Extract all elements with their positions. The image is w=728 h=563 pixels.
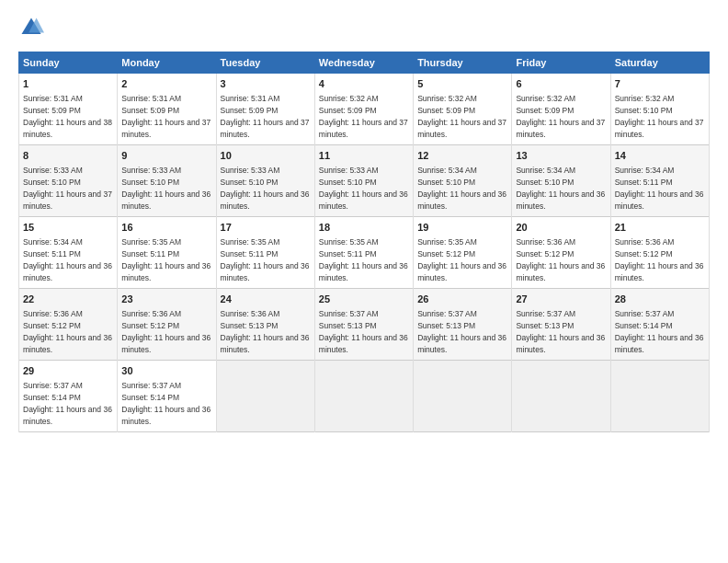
sunset: Sunset: 5:10 PM: [23, 178, 81, 187]
day-cell-3: 3Sunrise: 5:31 AMSunset: 5:09 PMDaylight…: [216, 74, 314, 145]
day-number: 17: [221, 221, 311, 235]
sunrise: Sunrise: 5:32 AM: [516, 94, 575, 103]
day-cell-12: 12Sunrise: 5:34 AMSunset: 5:10 PMDayligh…: [414, 145, 512, 217]
week-row-1: 1Sunrise: 5:31 AMSunset: 5:09 PMDaylight…: [19, 74, 710, 145]
day-cell-15: 15Sunrise: 5:34 AMSunset: 5:11 PMDayligh…: [19, 217, 118, 289]
header: [18, 15, 710, 40]
daylight: Daylight: 11 hours and 36 minutes.: [615, 261, 704, 282]
daylight: Daylight: 11 hours and 37 minutes.: [615, 118, 704, 139]
day-number: 20: [516, 221, 606, 235]
day-number: 15: [23, 221, 113, 235]
daylight: Daylight: 11 hours and 37 minutes.: [319, 118, 408, 139]
daylight: Daylight: 11 hours and 36 minutes.: [516, 261, 605, 282]
daylight: Daylight: 11 hours and 37 minutes.: [221, 118, 310, 139]
sunset: Sunset: 5:10 PM: [615, 106, 673, 115]
sunset: Sunset: 5:13 PM: [221, 321, 279, 330]
daylight: Daylight: 11 hours and 36 minutes.: [23, 405, 112, 426]
sunset: Sunset: 5:09 PM: [121, 106, 179, 115]
day-cell-10: 10Sunrise: 5:33 AMSunset: 5:10 PMDayligh…: [216, 145, 314, 217]
day-number: 9: [121, 149, 211, 163]
sunrise: Sunrise: 5:34 AM: [615, 166, 675, 175]
day-number: 8: [23, 149, 113, 163]
sunrise: Sunrise: 5:31 AM: [121, 94, 181, 103]
week-row-2: 8Sunrise: 5:33 AMSunset: 5:10 PMDaylight…: [19, 145, 710, 217]
day-cell-14: 14Sunrise: 5:34 AMSunset: 5:11 PMDayligh…: [610, 145, 709, 217]
sunrise: Sunrise: 5:32 AM: [319, 94, 379, 103]
sunset: Sunset: 5:11 PM: [615, 178, 673, 187]
day-cell-1: 1Sunrise: 5:31 AMSunset: 5:09 PMDaylight…: [19, 74, 118, 145]
day-cell-8: 8Sunrise: 5:33 AMSunset: 5:10 PMDaylight…: [19, 145, 118, 217]
day-cell-30: 30Sunrise: 5:37 AMSunset: 5:14 PMDayligh…: [118, 361, 216, 432]
day-cell-2: 2Sunrise: 5:31 AMSunset: 5:09 PMDaylight…: [118, 74, 216, 145]
daylight: Daylight: 11 hours and 36 minutes.: [615, 190, 704, 211]
empty-cell: [512, 361, 610, 432]
sunset: Sunset: 5:09 PM: [417, 106, 475, 115]
day-number: 23: [121, 293, 211, 306]
empty-cell: [610, 361, 709, 432]
sunset: Sunset: 5:14 PM: [615, 321, 673, 330]
day-cell-5: 5Sunrise: 5:32 AMSunset: 5:09 PMDaylight…: [414, 74, 512, 145]
day-number: 1: [23, 77, 113, 91]
week-row-4: 22Sunrise: 5:36 AMSunset: 5:12 PMDayligh…: [19, 289, 710, 361]
daylight: Daylight: 11 hours and 36 minutes.: [23, 261, 112, 282]
sunrise: Sunrise: 5:36 AM: [516, 237, 575, 247]
daylight: Daylight: 11 hours and 36 minutes.: [615, 333, 704, 354]
sunrise: Sunrise: 5:34 AM: [516, 166, 575, 175]
day-number: 27: [516, 293, 606, 306]
sunset: Sunset: 5:12 PM: [23, 321, 81, 330]
day-cell-7: 7Sunrise: 5:32 AMSunset: 5:10 PMDaylight…: [610, 74, 709, 145]
empty-cell: [414, 361, 512, 432]
day-cell-21: 21Sunrise: 5:36 AMSunset: 5:12 PMDayligh…: [610, 217, 709, 289]
col-header-sunday: Sunday: [19, 52, 118, 74]
daylight: Daylight: 11 hours and 36 minutes.: [319, 333, 408, 354]
day-number: 11: [319, 149, 409, 163]
sunset: Sunset: 5:11 PM: [221, 249, 279, 259]
sunrise: Sunrise: 5:35 AM: [319, 237, 379, 247]
sunset: Sunset: 5:09 PM: [221, 106, 279, 115]
daylight: Daylight: 11 hours and 37 minutes.: [417, 118, 506, 139]
sunset: Sunset: 5:13 PM: [516, 321, 574, 330]
col-header-tuesday: Tuesday: [216, 52, 314, 74]
sunset: Sunset: 5:10 PM: [121, 178, 179, 187]
page: SundayMondayTuesdayWednesdayThursdayFrid…: [0, 0, 728, 563]
sunrise: Sunrise: 5:33 AM: [23, 166, 83, 175]
sunrise: Sunrise: 5:31 AM: [23, 94, 83, 103]
day-cell-17: 17Sunrise: 5:35 AMSunset: 5:11 PMDayligh…: [216, 217, 314, 289]
sunrise: Sunrise: 5:34 AM: [417, 166, 477, 175]
day-cell-25: 25Sunrise: 5:37 AMSunset: 5:13 PMDayligh…: [314, 289, 413, 361]
day-number: 29: [23, 364, 113, 378]
sunset: Sunset: 5:12 PM: [516, 249, 574, 259]
sunrise: Sunrise: 5:34 AM: [23, 237, 83, 247]
day-number: 22: [23, 293, 113, 306]
day-number: 10: [221, 149, 311, 163]
day-number: 4: [319, 77, 409, 91]
sunset: Sunset: 5:14 PM: [23, 393, 81, 402]
daylight: Daylight: 11 hours and 36 minutes.: [319, 261, 408, 282]
day-number: 28: [615, 293, 705, 306]
sunset: Sunset: 5:09 PM: [516, 106, 574, 115]
day-cell-6: 6Sunrise: 5:32 AMSunset: 5:09 PMDaylight…: [512, 74, 610, 145]
day-number: 14: [615, 149, 705, 163]
day-cell-22: 22Sunrise: 5:36 AMSunset: 5:12 PMDayligh…: [19, 289, 118, 361]
day-number: 7: [615, 77, 705, 91]
day-number: 5: [417, 77, 507, 91]
sunset: Sunset: 5:12 PM: [417, 249, 475, 259]
daylight: Daylight: 11 hours and 36 minutes.: [221, 261, 310, 282]
day-number: 26: [417, 293, 507, 306]
daylight: Daylight: 11 hours and 36 minutes.: [417, 261, 506, 282]
sunrise: Sunrise: 5:33 AM: [121, 166, 181, 175]
day-cell-28: 28Sunrise: 5:37 AMSunset: 5:14 PMDayligh…: [610, 289, 709, 361]
daylight: Daylight: 11 hours and 36 minutes.: [121, 190, 210, 211]
daylight: Daylight: 11 hours and 36 minutes.: [516, 190, 605, 211]
empty-cell: [216, 361, 314, 432]
daylight: Daylight: 11 hours and 37 minutes.: [516, 118, 605, 139]
sunset: Sunset: 5:12 PM: [615, 249, 673, 259]
sunrise: Sunrise: 5:35 AM: [221, 237, 280, 247]
day-cell-9: 9Sunrise: 5:33 AMSunset: 5:10 PMDaylight…: [118, 145, 216, 217]
sunset: Sunset: 5:10 PM: [417, 178, 475, 187]
sunrise: Sunrise: 5:32 AM: [615, 94, 675, 103]
daylight: Daylight: 11 hours and 36 minutes.: [221, 190, 310, 211]
sunset: Sunset: 5:10 PM: [516, 178, 574, 187]
day-cell-13: 13Sunrise: 5:34 AMSunset: 5:10 PMDayligh…: [512, 145, 610, 217]
day-number: 16: [121, 221, 211, 235]
